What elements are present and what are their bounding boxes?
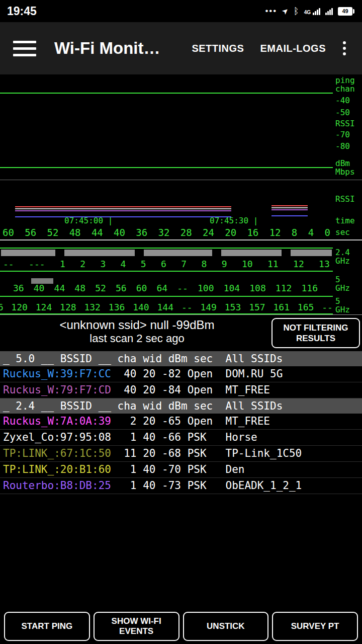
channel-label: 9 — [222, 259, 227, 269]
sec-axis-label: sec — [335, 228, 350, 236]
channel-usage-bar — [1, 250, 55, 256]
time-axis-tick: 12 — [269, 227, 281, 238]
network-row[interactable]: Zyxel_Co:97:95:08 1 40 -66 PSK Horse — [0, 430, 362, 446]
location-arrow-icon: ➤ — [280, 6, 291, 17]
channel-usage-bar — [144, 250, 212, 256]
channel-label: 165 — [298, 302, 314, 312]
time-axis-tick: 24 — [203, 227, 214, 238]
channel-label: 132 — [84, 302, 101, 312]
time-axis-tick: 32 — [158, 227, 170, 238]
time-axis-tick: 28 — [180, 227, 192, 238]
chart-grid-line — [0, 248, 333, 249]
channel-label: 108 — [249, 283, 266, 293]
channel-label: 1 — [60, 259, 65, 269]
channel-label: 144 — [157, 302, 174, 312]
time-axis-ticks: 60565248444036322824201612840 — [0, 227, 333, 238]
band-label-5ghz: 5 — [335, 276, 340, 284]
channel-label: 140 — [133, 302, 149, 312]
time-axis-tick: 52 — [47, 227, 58, 238]
show-wifi-events-button[interactable]: SHOW WI-FI EVENTS — [94, 612, 179, 641]
channel-label: 6 — [161, 259, 166, 269]
band-label-5ghz: 5 — [335, 297, 340, 305]
not-filtering-results-button[interactable]: NOT FILTERING RESULTS — [272, 318, 360, 348]
rssi-tick-label: -40 — [335, 97, 350, 105]
channel-label: 48 — [74, 283, 85, 293]
chart-grid-line — [0, 271, 333, 272]
table-header-left: _ 5.0 __ BSSID __ — [3, 353, 111, 365]
chart-grid-line — [0, 313, 333, 314]
channel-label: 149 — [200, 302, 217, 312]
channel-label: 3 — [100, 259, 106, 269]
channel-row-5ghz-high: 116120124128132136140144--14915315716116… — [0, 302, 333, 312]
channel-label: 116 — [301, 283, 318, 293]
signal-bars-icon-2 — [325, 8, 333, 15]
network-row[interactable]: TP:LINK_:67:1C:50 11 20 -68 PSK TP-Link_… — [0, 446, 362, 462]
channel-label: --- — [29, 259, 45, 269]
channel-label: 40 — [34, 283, 45, 293]
email-logs-button[interactable]: EMAIL-LOGS — [260, 43, 326, 54]
current-ssid-label: <unknown ssid> null -99dBm — [0, 318, 274, 332]
channel-row-5ghz-low: 3640444852566064--100104108112116 — [13, 283, 318, 293]
channel-label: -- — [3, 259, 14, 269]
channel-label: 60 — [136, 283, 147, 293]
chart-grid-line — [0, 296, 333, 297]
bssid-label: Routerbo:B8:DB:25 — [3, 479, 111, 492]
timestamp-label: 07:45:00 | — [64, 216, 113, 225]
last-scan-label: last scan 2 sec ago — [0, 332, 274, 345]
time-axis-tick: 56 — [25, 227, 36, 238]
channel-label: 116 — [0, 302, 4, 312]
channel-spectrum-chart: -----12345678910111213 3640444852566064-… — [0, 240, 362, 315]
time-axis-tick: 20 — [225, 227, 236, 238]
time-axis-tick: 44 — [92, 227, 103, 238]
current-connection-info: <unknown ssid> null -99dBm last scan 2 s… — [0, 318, 274, 345]
time-axis-label: time — [335, 217, 355, 225]
rssi-trace-line — [15, 206, 231, 207]
network-row-details: 40 20 -82 Open DOM.RU 5G — [111, 368, 283, 380]
survey-pt-button[interactable]: SURVEY PT — [272, 612, 358, 641]
channel-label: 157 — [249, 302, 265, 312]
time-axis-tick: 4 — [308, 227, 314, 238]
channel-label: 13 — [319, 259, 330, 269]
network-row[interactable]: TP:LINK_:20:B1:60 1 40 -70 PSK Den — [0, 462, 362, 478]
ping-chart: ping chan -40 -50 RSSI -70 -80 dBm Mbps — [0, 74, 362, 180]
time-axis-tick: 60 — [3, 227, 14, 238]
channel-label: 153 — [225, 302, 241, 312]
band-label-2-4ghz: 2.4 — [335, 249, 350, 257]
settings-button[interactable]: SETTINGS — [192, 43, 244, 54]
network-row[interactable]: Ruckus_W:7A:0A:39 2 20 -65 Open MT_FREE — [0, 414, 362, 430]
unstick-button[interactable]: UNSTICK — [183, 612, 269, 641]
network-row[interactable]: Routerbo:B8:DB:25 1 40 -73 PSK ObEADK_1_… — [0, 478, 362, 494]
time-axis-tick: 8 — [292, 227, 297, 238]
bssid-label: Ruckus_W:79:F7:CD — [3, 384, 111, 396]
battery-percent: 49 — [342, 8, 348, 14]
channel-label: 52 — [95, 283, 106, 293]
channel-label: 44 — [54, 283, 65, 293]
band-unit-label: GHz — [335, 306, 350, 314]
time-axis-tick: 40 — [114, 227, 125, 238]
channel-label: 2 — [80, 259, 85, 269]
start-ping-button[interactable]: START PING — [4, 612, 90, 641]
menu-icon[interactable] — [13, 41, 36, 56]
rssi-trace-line — [15, 208, 231, 209]
status-bar: 19:45 ••• ➤ ᛒ 4G 49 — [0, 0, 362, 22]
channel-label: 36 — [13, 283, 24, 293]
rssi-tick-label: -70 — [335, 131, 350, 139]
rssi-tick-label: -50 — [335, 109, 350, 117]
rssi-trace-line — [272, 209, 308, 210]
network-row-details: 40 20 -84 Open MT_FREE — [111, 384, 270, 396]
signal-bars-icon — [313, 8, 320, 15]
overflow-menu-icon[interactable] — [342, 39, 347, 57]
ping-axis-label: ping — [335, 76, 355, 85]
rssi-trace-line — [15, 216, 231, 217]
channel-label: 56 — [116, 283, 127, 293]
network-row[interactable]: Ruckus_W:79:F7:CD 40 20 -84 Open MT_FREE — [0, 382, 362, 398]
channel-label: 104 — [224, 283, 240, 293]
network-row[interactable]: Ruckus_W:39:F7:CC 40 20 -82 Open DOM.RU … — [0, 366, 362, 382]
channel-label: 7 — [181, 259, 187, 269]
table-rows-5ghz: Ruckus_W:39:F7:CC 40 20 -82 Open DOM.RU … — [0, 366, 362, 398]
rssi-trace-line — [15, 210, 231, 211]
time-axis-tick: 48 — [69, 227, 81, 238]
timestamp-label: 07:45:30 | — [210, 216, 258, 225]
app-title: Wi-Fi Monit… — [54, 39, 160, 58]
channel-label: -- — [322, 302, 333, 312]
